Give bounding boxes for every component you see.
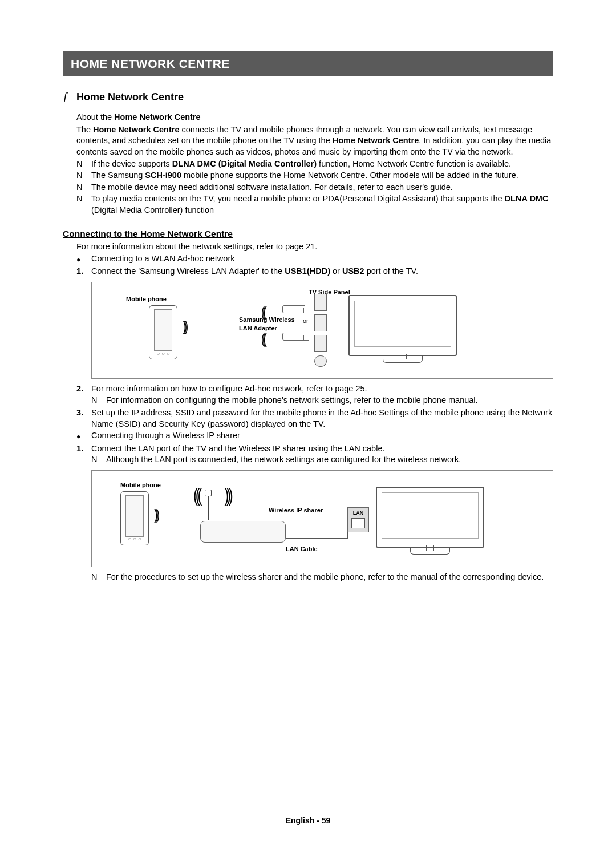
text-bold: USB2 xyxy=(342,266,364,276)
bullet-text: Connecting to a WLAN Ad-hoc network xyxy=(91,253,234,265)
bullet-icon: ● xyxy=(76,253,91,265)
chapter-banner: HOME NETWORK CENTRE xyxy=(63,51,553,76)
text: About the xyxy=(76,112,114,122)
note-text: If the device supports DLNA DMC (Digital… xyxy=(91,159,553,170)
section-heading-row: ƒ Home Network Centre xyxy=(63,89,553,106)
info-line: For more information about the network s… xyxy=(76,241,553,253)
note-text: For the procedures to set up the wireles… xyxy=(106,572,544,583)
router-icon xyxy=(200,521,286,543)
step-number: 1. xyxy=(76,443,91,455)
wireless-waves-icon: ))) xyxy=(264,329,267,349)
text: port of the TV. xyxy=(364,266,418,276)
step-text: Connect the LAN port of the TV and the W… xyxy=(91,443,553,455)
footer-text: English - 59 xyxy=(286,816,331,825)
step-1: 1. Connect the 'Samsung Wireless LAN Ada… xyxy=(76,266,553,277)
note-mark-icon: N xyxy=(76,159,91,170)
step-number: 2. xyxy=(76,383,91,395)
usb-dongle-icon xyxy=(282,333,305,341)
tv-icon xyxy=(348,295,457,366)
diagram-ipsharer: Mobile phone ○ ○ ○ ))) ))) ))) Wireless … xyxy=(91,470,553,567)
subheading-connecting: Connecting to the Home Network Centre xyxy=(63,228,553,240)
text: If the device supports xyxy=(91,159,172,168)
note-3: N The mobile device may need additional … xyxy=(76,182,553,193)
text-bold: DLNA DMC xyxy=(505,194,549,203)
wireless-waves-icon: ))) xyxy=(264,302,267,322)
wireless-waves-icon: ))) xyxy=(183,317,186,337)
section-symbol: ƒ xyxy=(63,89,68,104)
note-text: The Samsung SCH-i900 mobile phone suppor… xyxy=(91,170,553,181)
text: (Digital Media Controller) function xyxy=(91,205,214,215)
bullet-adhoc: ● Connecting to a WLAN Ad-hoc network xyxy=(76,253,553,265)
note-mark-icon: N xyxy=(91,454,106,466)
label-wireless-ip-sharer: Wireless IP sharer xyxy=(269,506,323,515)
text: The xyxy=(76,125,93,134)
text: The Samsung xyxy=(91,171,145,180)
tv-icon xyxy=(376,487,484,558)
usb-dongle-icon xyxy=(282,305,305,313)
note-2: N The Samsung SCH-i900 mobile phone supp… xyxy=(76,170,553,181)
label-lan-adapter: Samsung Wireless LAN Adapter xyxy=(239,316,302,333)
step-number: 3. xyxy=(76,407,91,430)
wireless-waves-icon: ))) xyxy=(196,482,202,508)
note-text: Although the LAN port is connected, the … xyxy=(106,454,461,466)
final-note: N For the procedures to set up the wirel… xyxy=(91,572,553,583)
note-text: The mobile device may need additional so… xyxy=(91,182,553,193)
about-block: About the Home Network Centre The Home N… xyxy=(63,112,553,216)
wireless-waves-icon: ))) xyxy=(154,505,157,525)
section-title: Home Network Centre xyxy=(76,90,184,104)
text-bold: SCH-i900 xyxy=(145,171,181,180)
text-bold: Home Network Centre xyxy=(333,136,419,145)
label-or: or xyxy=(303,317,309,325)
note-text: For information on configuring the mobil… xyxy=(106,395,478,406)
note-mark-icon: N xyxy=(91,395,106,406)
lan-port-icon: LAN xyxy=(347,507,369,532)
step-2-note: N For information on configuring the mob… xyxy=(91,395,553,406)
text: function, Home Network Centre function i… xyxy=(317,159,511,168)
text: Connect the 'Samsung Wireless LAN Adapte… xyxy=(91,266,285,276)
text-bold: Home Network Centre xyxy=(93,125,179,134)
lan-cable-icon xyxy=(286,538,348,539)
bullet-text: Connecting through a Wireless IP sharer xyxy=(91,430,240,442)
about-heading: About the Home Network Centre xyxy=(76,112,553,123)
wireless-waves-icon: ))) xyxy=(224,482,230,508)
step-b1: 1. Connect the LAN port of the TV and th… xyxy=(76,443,553,455)
step-text: For more information on how to configure… xyxy=(91,383,553,395)
bullet-ipsharer: ● Connecting through a Wireless IP share… xyxy=(76,430,553,442)
text: mobile phone supports the Home Network C… xyxy=(181,171,518,180)
text-bold: DLNA DMC (Digital Media Controller) xyxy=(172,159,317,168)
label-mobile-phone: Mobile phone xyxy=(126,295,167,304)
page-footer: English - 59 xyxy=(0,815,616,826)
mobile-phone-icon: ○ ○ ○ xyxy=(120,491,149,545)
text-bold: USB1(HDD) xyxy=(285,266,330,276)
text: or xyxy=(330,266,342,276)
step-text: Connect the 'Samsung Wireless LAN Adapte… xyxy=(91,266,553,277)
note-mark-icon: N xyxy=(76,170,91,181)
label-lan-cable: LAN Cable xyxy=(286,545,318,553)
label-mobile-phone: Mobile phone xyxy=(120,481,161,490)
step-3: 3. Set up the IP address, SSID and passw… xyxy=(76,407,553,430)
step-text: Set up the IP address, SSID and password… xyxy=(91,407,553,430)
tv-side-panel-icon xyxy=(314,294,331,370)
about-paragraph: The Home Network Centre connects the TV … xyxy=(76,124,553,158)
step-b1-note: N Although the LAN port is connected, th… xyxy=(91,454,553,466)
note-mark-icon: N xyxy=(76,182,91,193)
text-bold: Home Network Centre xyxy=(114,112,200,122)
note-mark-icon: N xyxy=(91,572,106,583)
note-1: N If the device supports DLNA DMC (Digit… xyxy=(76,159,553,170)
step-number: 1. xyxy=(76,266,91,277)
diagram-adhoc: Mobile phone ○ ○ ○ ))) Samsung Wireless … xyxy=(91,282,553,379)
text: To play media contents on the TV, you ne… xyxy=(91,194,505,203)
note-4: N To play media contents on the TV, you … xyxy=(76,193,553,216)
note-mark-icon: N xyxy=(76,193,91,216)
step-2: 2. For more information on how to config… xyxy=(76,383,553,395)
bullet-icon: ● xyxy=(76,430,91,442)
label-lan: LAN xyxy=(348,510,368,516)
mobile-phone-icon: ○ ○ ○ xyxy=(149,305,177,359)
note-text: To play media contents on the TV, you ne… xyxy=(91,193,553,216)
